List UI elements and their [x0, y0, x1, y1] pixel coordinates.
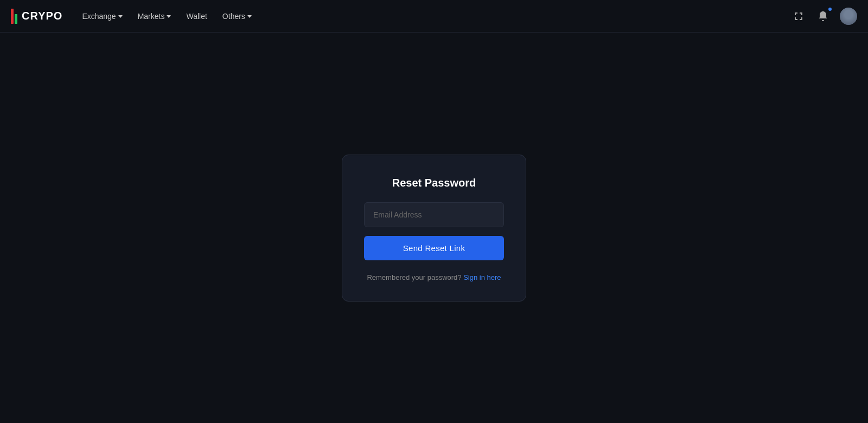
logo-icon [11, 9, 17, 24]
send-reset-link-label: Send Reset Link [403, 243, 465, 253]
bell-icon [817, 10, 829, 22]
reset-password-card: Reset Password Send Reset Link Remembere… [342, 155, 526, 302]
nav-exchange[interactable]: Exchange [75, 8, 129, 25]
nav-markets[interactable]: Markets [131, 8, 178, 25]
nav-wallet-label: Wallet [186, 12, 207, 21]
nav-exchange-label: Exchange [82, 12, 116, 21]
fullscreen-icon [793, 11, 804, 22]
notifications-button[interactable] [815, 8, 831, 24]
nav-others[interactable]: Others [216, 8, 258, 25]
nav-others-label: Others [222, 12, 245, 21]
navbar: CRYPO Exchange Markets Wallet Others [0, 0, 868, 33]
chevron-down-icon [247, 15, 252, 18]
send-reset-link-button[interactable]: Send Reset Link [364, 236, 504, 260]
chevron-down-icon [167, 15, 171, 18]
nav-wallet[interactable]: Wallet [180, 8, 213, 25]
nav-markets-label: Markets [138, 12, 165, 21]
signin-link[interactable]: Sign in here [463, 273, 501, 281]
main-content: Reset Password Send Reset Link Remembere… [0, 33, 868, 423]
notification-badge [827, 7, 833, 12]
remembered-password-text: Remembered your password? Sign in here [367, 273, 501, 281]
email-input[interactable] [364, 202, 504, 227]
logo-bar-red [11, 9, 14, 24]
avatar-image [840, 8, 857, 25]
fullscreen-button[interactable] [791, 9, 806, 24]
avatar[interactable] [840, 8, 857, 25]
navbar-left: CRYPO Exchange Markets Wallet Others [11, 8, 258, 25]
navbar-right [791, 8, 857, 25]
form-section: Send Reset Link [364, 202, 504, 260]
nav-links: Exchange Markets Wallet Others [75, 8, 258, 25]
chevron-down-icon [118, 15, 123, 18]
card-title: Reset Password [392, 177, 476, 189]
logo[interactable]: CRYPO [11, 9, 62, 24]
logo-text: CRYPO [22, 10, 62, 22]
logo-bar-green [15, 14, 17, 24]
